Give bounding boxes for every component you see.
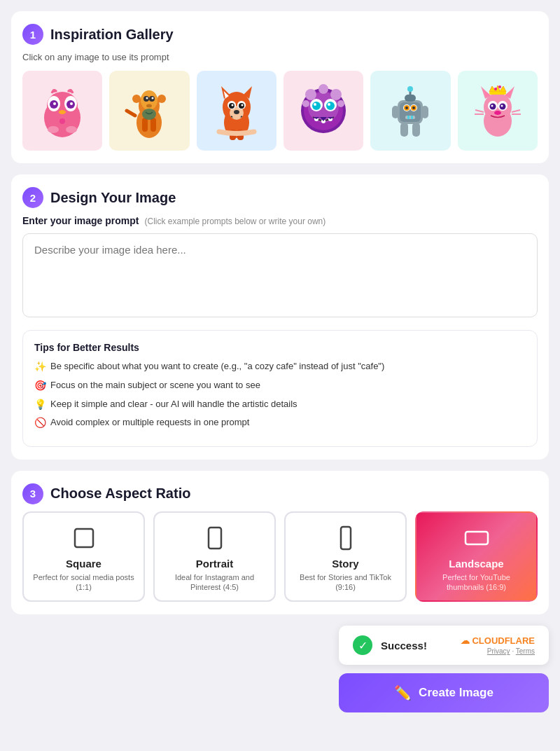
svg-point-52 (314, 103, 316, 106)
aspect-card-square[interactable]: Square Perfect for social media posts (1… (22, 511, 145, 602)
svg-rect-104 (465, 532, 488, 544)
prompt-textarea[interactable] (22, 233, 538, 317)
gallery-item-fox[interactable] (197, 71, 276, 151)
svg-line-25 (127, 111, 135, 116)
svg-point-26 (132, 95, 141, 103)
svg-point-60 (302, 100, 309, 107)
svg-point-40 (241, 104, 243, 106)
svg-rect-73 (405, 95, 416, 102)
svg-point-20 (152, 97, 154, 99)
svg-point-92 (494, 111, 501, 115)
create-image-button[interactable]: ✏️ Create Image (339, 673, 549, 712)
aspect-card-story[interactable]: Story Best for Stories and TikTok (9:16) (284, 511, 407, 602)
svg-point-59 (318, 84, 328, 94)
tip-item-1: ✨ Be specific about what you want to cre… (34, 360, 526, 374)
svg-point-6 (53, 102, 56, 105)
section2-title: Design Your Image (50, 190, 176, 206)
svg-rect-101 (75, 529, 93, 547)
svg-point-98 (494, 88, 497, 90)
tip-text-1: Be specific about what you want to creat… (50, 360, 384, 373)
tip-text-4: Avoid complex or multiple requests in on… (50, 416, 249, 429)
svg-rect-23 (150, 118, 156, 132)
gallery-item-cat[interactable] (458, 71, 538, 151)
svg-rect-22 (142, 118, 148, 132)
svg-point-51 (326, 102, 335, 110)
svg-rect-103 (341, 527, 351, 549)
aspect-grid: Square Perfect for social media posts (1… (22, 511, 538, 602)
svg-rect-79 (412, 123, 420, 137)
tip-item-2: 🎯 Focus on the main subject or scene you… (34, 379, 526, 393)
svg-rect-71 (407, 116, 410, 119)
bottom-area: ✓ Success! ☁ CLOUDFLARE Privacy · Terms … (11, 626, 549, 712)
tip-icon-3: 💡 (34, 398, 46, 412)
tips-box: Tips for Better Results ✨ Be specific ab… (22, 330, 538, 446)
svg-line-93 (475, 110, 484, 112)
svg-rect-76 (392, 106, 399, 118)
success-text: Success! (381, 640, 452, 652)
section1-header: 1 Inspiration Gallery (22, 24, 538, 45)
design-image-section: 2 Design Your Image Enter your image pro… (11, 174, 549, 459)
cloudflare-badge: ☁ CLOUDFLARE Privacy · Terms (461, 635, 535, 655)
aspect-card-portrait[interactable]: Portrait Ideal for Instagram and Pintere… (153, 511, 276, 602)
section2-header: 2 Design Your Image (22, 187, 538, 208)
gallery-item-robot[interactable] (370, 71, 450, 151)
gallery-grid (22, 71, 538, 151)
story-icon (293, 524, 398, 552)
aspect-name-story: Story (293, 558, 398, 570)
prompt-hint: (Click example prompts below or write yo… (144, 216, 326, 226)
tip-icon-1: ✨ (34, 360, 46, 374)
gallery-item-owl[interactable] (22, 71, 102, 151)
tip-icon-2: 🎯 (34, 379, 46, 393)
cloudflare-logo: ☁ CLOUDFLARE (461, 635, 535, 646)
tip-item-4: 🚫 Avoid complex or multiple requests in … (34, 416, 526, 430)
square-icon (31, 524, 136, 552)
svg-rect-102 (209, 528, 221, 549)
svg-point-75 (407, 86, 413, 92)
svg-rect-77 (421, 106, 428, 118)
tip-text-3: Keep it simple and clear - our AI will h… (50, 398, 298, 411)
privacy-link[interactable]: Privacy (487, 647, 510, 655)
svg-point-99 (498, 85, 501, 88)
svg-point-58 (330, 89, 342, 100)
svg-point-57 (305, 89, 316, 100)
tip-item-3: 💡 Keep it simple and clear - our AI will… (34, 398, 526, 412)
landscape-icon (424, 524, 529, 552)
success-check-icon: ✓ (353, 635, 372, 655)
section3-number: 3 (22, 483, 43, 504)
section1-title: Inspiration Gallery (50, 27, 174, 43)
prompt-label: Enter your image prompt (22, 215, 139, 226)
svg-point-9 (48, 126, 59, 133)
prompt-label-row: Enter your image prompt (Click example p… (22, 215, 538, 226)
svg-point-53 (328, 103, 330, 106)
svg-rect-78 (400, 123, 408, 137)
aspect-desc-portrait: Ideal for Instagram and Pinterest (4:5) (162, 572, 267, 593)
aspect-desc-landscape: Perfect for YouTube thumbnails (16:9) (424, 572, 529, 593)
svg-rect-72 (411, 116, 413, 119)
svg-point-10 (66, 126, 77, 133)
section3-header: 3 Choose Aspect Ratio (22, 483, 538, 504)
section1-number: 1 (22, 24, 43, 45)
cloudflare-links: Privacy · Terms (487, 647, 535, 655)
gallery-item-monster[interactable] (284, 71, 363, 151)
svg-point-50 (312, 102, 321, 110)
gallery-item-kangaroo[interactable] (109, 71, 189, 151)
create-icon: ✏️ (394, 684, 412, 701)
svg-point-19 (146, 97, 148, 99)
aspect-card-landscape[interactable]: Landscape Perfect for YouTube thumbnails… (415, 511, 538, 602)
svg-point-27 (158, 95, 166, 103)
terms-link[interactable]: Terms (516, 647, 535, 655)
svg-point-7 (70, 102, 73, 105)
tip-text-2: Focus on the main subject or scene you w… (50, 379, 260, 392)
svg-point-91 (500, 105, 503, 107)
svg-point-44 (232, 115, 241, 119)
svg-rect-100 (489, 92, 506, 95)
aspect-ratio-section: 3 Choose Aspect Ratio Square Perfect for… (11, 471, 549, 615)
svg-point-68 (405, 106, 408, 109)
svg-rect-70 (405, 116, 415, 119)
svg-point-69 (412, 106, 415, 109)
portrait-icon (162, 524, 267, 552)
tips-title: Tips for Better Results (34, 342, 526, 353)
aspect-name-square: Square (31, 558, 136, 570)
svg-line-95 (512, 110, 520, 112)
aspect-name-landscape: Landscape (424, 558, 529, 570)
